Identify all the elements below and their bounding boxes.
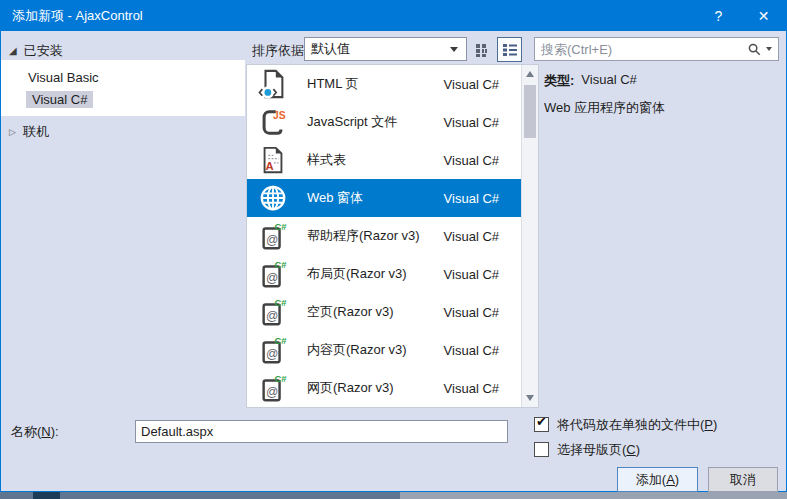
type-value: Visual C# xyxy=(581,72,636,90)
sidebar-group-label: 已安装 xyxy=(24,42,63,60)
search-options-chevron-icon[interactable] xyxy=(766,47,772,51)
template-description: Web 应用程序的窗体 xyxy=(544,99,665,117)
template-name: 空页(Razor v3) xyxy=(307,303,394,321)
template-list-item[interactable]: 内容页(Razor v3) Visual C# xyxy=(247,331,521,369)
checkbox-row[interactable]: 选择母版页(C) xyxy=(534,441,717,458)
template-name: Web 窗体 xyxy=(307,189,363,207)
chevron-down-icon xyxy=(450,47,458,52)
close-icon[interactable]: ✕ xyxy=(741,1,786,31)
template-list: HTML 页 Visual C# JavaScript 文件 Visual C#… xyxy=(247,65,521,407)
vertical-scrollbar[interactable] xyxy=(521,65,538,407)
js-file-icon xyxy=(258,107,288,137)
template-type-row: 类型: Visual C# xyxy=(544,72,637,90)
checkbox[interactable]: ✔ xyxy=(534,417,549,432)
dialog-title: 添加新项 - AjaxControl xyxy=(1,7,143,25)
template-name: 内容页(Razor v3) xyxy=(307,341,407,359)
list-view-icon xyxy=(502,42,518,57)
template-language: Visual C# xyxy=(444,77,521,92)
scroll-down-icon[interactable] xyxy=(526,395,534,401)
collapsed-triangle-icon: ▷ xyxy=(9,128,16,137)
template-name: 样式表 xyxy=(307,151,346,169)
template-list-item[interactable]: 帮助程序(Razor v3) Visual C# xyxy=(247,217,521,255)
search-icon[interactable] xyxy=(748,43,761,56)
template-language: Visual C# xyxy=(444,267,521,282)
template-name: JavaScript 文件 xyxy=(307,113,397,131)
sidebar-installed-children: Visual Basic Visual C# xyxy=(1,60,245,116)
sidebar-group-online[interactable]: ▷ 联机 xyxy=(9,123,49,141)
sidebar-item-visual-basic[interactable]: Visual Basic xyxy=(28,70,99,85)
razor-page-icon xyxy=(258,335,288,365)
checkmark-icon: ✔ xyxy=(536,414,547,429)
template-list-panel: HTML 页 Visual C# JavaScript 文件 Visual C#… xyxy=(246,64,539,408)
add-button[interactable]: 添加(A) xyxy=(617,467,698,492)
sidebar-group-installed[interactable]: ◢ 已安装 xyxy=(9,42,63,60)
template-language: Visual C# xyxy=(444,115,521,130)
template-list-item[interactable]: HTML 页 Visual C# xyxy=(247,65,521,103)
template-language: Visual C# xyxy=(444,305,521,320)
type-label: 类型: xyxy=(544,72,574,90)
list-view-button[interactable] xyxy=(497,37,522,62)
small-icons-grid-icon xyxy=(475,43,490,58)
cancel-button-label: 取消 xyxy=(730,471,756,489)
checkbox-label: 选择母版页(C) xyxy=(557,441,640,459)
template-language: Visual C# xyxy=(444,229,521,244)
template-list-item[interactable]: 空页(Razor v3) Visual C# xyxy=(247,293,521,331)
help-icon[interactable]: ? xyxy=(696,1,741,31)
sidebar-group-label: 联机 xyxy=(23,123,49,141)
razor-page-icon xyxy=(258,373,288,403)
name-input[interactable] xyxy=(135,420,508,443)
template-name: HTML 页 xyxy=(307,75,359,93)
footer-checkboxes: ✔ 将代码放在单独的文件中(P) 选择母版页(C) xyxy=(534,416,717,466)
add-new-item-dialog: 添加新项 - AjaxControl ? ✕ ◢ 已安装 Visual Basi… xyxy=(0,0,787,492)
expanded-triangle-icon: ◢ xyxy=(9,46,17,56)
html-page-icon xyxy=(258,69,288,99)
small-icons-view-button[interactable] xyxy=(470,38,494,62)
template-name: 布局页(Razor v3) xyxy=(307,265,407,283)
sort-dropdown-value: 默认值 xyxy=(311,40,350,58)
template-language: Visual C# xyxy=(444,191,521,206)
scrollbar-thumb[interactable] xyxy=(524,85,536,138)
checkbox-label: 将代码放在单独的文件中(P) xyxy=(557,416,717,434)
razor-page-icon xyxy=(258,259,288,289)
template-list-item[interactable]: Web 窗体 Visual C# xyxy=(247,179,521,217)
template-language: Visual C# xyxy=(444,153,521,168)
template-list-item[interactable]: 网页(Razor v3) Visual C# xyxy=(247,369,521,407)
template-list-item[interactable]: 布局页(Razor v3) Visual C# xyxy=(247,255,521,293)
template-list-item[interactable]: JavaScript 文件 Visual C# xyxy=(247,103,521,141)
name-label: 名称(N): xyxy=(11,423,59,441)
add-button-label: 添加(A) xyxy=(636,471,679,489)
checkbox[interactable] xyxy=(534,442,549,457)
cancel-button[interactable]: 取消 xyxy=(708,467,778,492)
razor-page-icon xyxy=(258,297,288,327)
search-input[interactable] xyxy=(541,42,748,57)
scroll-up-icon[interactable] xyxy=(526,71,534,77)
titlebar[interactable]: 添加新项 - AjaxControl ? ✕ xyxy=(1,1,786,31)
razor-page-icon xyxy=(258,221,288,251)
background-window-sliver-dark xyxy=(33,492,60,499)
template-name: 网页(Razor v3) xyxy=(307,379,394,397)
background-window-sliver xyxy=(0,492,400,499)
template-name: 帮助程序(Razor v3) xyxy=(307,227,420,245)
template-list-item[interactable]: 样式表 Visual C# xyxy=(247,141,521,179)
template-language: Visual C# xyxy=(444,343,521,358)
web-form-icon xyxy=(258,183,288,213)
checkbox-row[interactable]: ✔ 将代码放在单独的文件中(P) xyxy=(534,416,717,433)
stylesheet-icon xyxy=(258,145,288,175)
sort-dropdown[interactable]: 默认值 xyxy=(304,37,467,61)
sort-by-label: 排序依据: xyxy=(252,42,308,60)
search-box[interactable] xyxy=(534,37,779,61)
template-language: Visual C# xyxy=(444,381,521,396)
sidebar-item-visual-csharp[interactable]: Visual C# xyxy=(26,91,93,108)
